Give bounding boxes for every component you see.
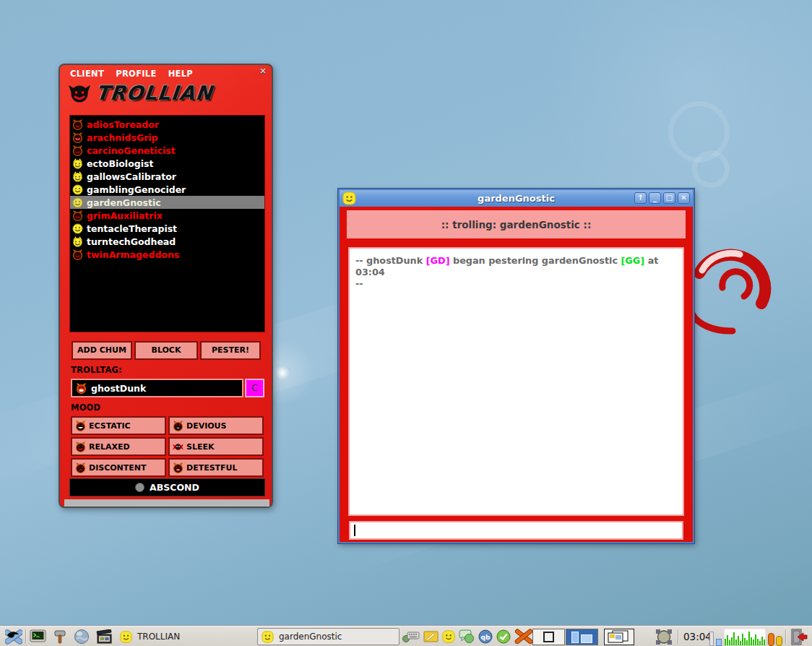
mood-name: DISCONTENT — [89, 463, 147, 473]
resize-grip[interactable] — [267, 497, 271, 507]
crossed-tools-tray-icon[interactable] — [514, 628, 533, 645]
mood-detestful-button[interactable]: DETESTFUL — [168, 458, 264, 477]
chum-name: gallowsCalibrator — [87, 171, 176, 182]
chum-name: arachnidsGrip — [87, 132, 158, 143]
trolltag-label: TROLLTAG: — [71, 365, 122, 375]
trolltag-value: ghostDunk — [91, 383, 146, 394]
browser-globe-launcher-icon[interactable] — [74, 629, 90, 645]
mood-relaxed-button[interactable]: RELAXED — [71, 437, 166, 456]
maximize-button[interactable]: □ — [663, 192, 675, 204]
chum-row[interactable]: adiosToreador — [70, 118, 264, 131]
trollian-logo: TROLLIAN — [67, 82, 213, 104]
separator — [678, 629, 678, 644]
smiley-icon — [72, 197, 83, 208]
monitor-bar-yellow — [776, 636, 782, 646]
mood-devious-button[interactable]: DEVIOUS — [168, 416, 264, 435]
pester-button[interactable]: PESTER! — [200, 341, 261, 360]
taskbar: TROLLIAN gardenGnostic qb 03:04 — [0, 626, 812, 646]
monitor-bar-orange — [768, 633, 774, 646]
trolltag-field[interactable]: ghostDunk — [71, 379, 243, 397]
debian-swirl-logo — [685, 243, 780, 351]
trollian-window: × CLIENT PROFILE HELP TROLLIAN adiosTore… — [59, 64, 273, 508]
workspace-2-button[interactable] — [566, 629, 598, 645]
chum-name: turntechGodhead — [87, 236, 176, 247]
devil-mood-icon — [72, 145, 83, 156]
message-text: began pestering gardenGnostic — [450, 255, 621, 266]
chum-list[interactable]: adiosToreador arachnidsGrip carcinoGenet… — [69, 115, 265, 332]
shade-button[interactable]: ↑ — [634, 192, 647, 204]
devil-mood-icon — [72, 210, 83, 221]
trolltag-color-button[interactable]: C — [245, 379, 264, 397]
task-label: gardenGnostic — [279, 632, 342, 642]
mood-discontent-button[interactable]: DISCONTENT — [71, 458, 166, 477]
volume-slider-handle[interactable] — [716, 639, 722, 646]
fluxbox-menu-icon[interactable] — [5, 629, 22, 645]
chum-row[interactable]: arachnidsGrip — [70, 131, 264, 144]
separator-dotted — [110, 630, 112, 643]
chum-row[interactable]: gallowsCalibrator — [70, 170, 264, 183]
window-list-button[interactable] — [604, 629, 634, 645]
close-button[interactable]: ✕ — [678, 192, 690, 204]
chum-row[interactable]: twinArmageddons — [70, 248, 264, 261]
mood-ecstatic-button[interactable]: ECSTATIC — [71, 416, 166, 435]
message-text: -- ghostDunk — [355, 255, 426, 266]
mood-name: DEVIOUS — [186, 421, 226, 431]
smiley-icon — [72, 223, 83, 234]
taskbar-item-gardengnostic[interactable]: gardenGnostic — [257, 628, 399, 645]
window-resize-strip[interactable] — [64, 499, 269, 507]
chum-name: twinArmageddons — [87, 249, 179, 260]
task-label: TROLLIAN — [137, 632, 180, 642]
pesterchum-tray-icon[interactable] — [442, 630, 455, 643]
wallpaper-swirl-faint — [692, 150, 730, 188]
checkmark-tray-icon[interactable] — [496, 629, 511, 644]
abscond-button[interactable]: ABSCOND — [69, 478, 265, 496]
taskbar-item-trollian[interactable]: TROLLIAN — [120, 626, 180, 646]
abscond-label: ABSCOND — [150, 482, 199, 493]
mood-name: RELAXED — [89, 442, 130, 452]
chum-row[interactable]: turntechGodhead — [70, 235, 264, 248]
chum-row[interactable]: tentacleTherapist — [70, 222, 264, 235]
devil-head-icon — [67, 82, 92, 103]
notes-tray-icon[interactable] — [423, 630, 439, 643]
qb-tray-icon[interactable]: qb — [478, 629, 493, 644]
logout-door-icon[interactable] — [790, 629, 808, 645]
menu-profile[interactable]: PROFILE — [116, 69, 156, 79]
chum-row[interactable]: grimAuxiliatrix — [70, 209, 264, 222]
keyboard-layout-tray-icon[interactable] — [402, 630, 420, 643]
devil-mood-icon — [72, 249, 83, 260]
chum-name: ectoBiologist — [87, 158, 153, 169]
chum-row[interactable]: ectoBiologist — [70, 157, 264, 170]
block-button[interactable]: BLOCK — [134, 341, 198, 360]
show-desktop-icon[interactable] — [656, 629, 672, 645]
trollian-menubar: CLIENT PROFILE HELP — [70, 69, 193, 79]
trolling-banner: :: trolling: gardenGnostic :: — [347, 210, 686, 238]
devil-mood-icon — [72, 119, 83, 130]
tools-launcher-icon[interactable] — [53, 629, 67, 645]
add-chum-button[interactable]: ADD CHUM — [72, 341, 132, 360]
chum-row-selected[interactable]: gardenGnostic — [70, 196, 264, 209]
menu-help[interactable]: HELP — [168, 69, 193, 79]
workspace-window-thumb — [581, 634, 592, 643]
trollian-close-icon[interactable]: × — [259, 66, 267, 76]
terminal-launcher-icon[interactable] — [30, 629, 46, 644]
chat-bubble-tray-icon[interactable] — [459, 629, 475, 644]
resize-grip[interactable] — [61, 497, 64, 507]
chat-message-area[interactable]: -- ghostDunk [GD] began pestering garden… — [348, 247, 684, 516]
windows-icon — [607, 630, 633, 644]
chum-name: tentacleTherapist — [87, 223, 177, 234]
chum-row[interactable]: gamblingGenocider — [70, 183, 264, 196]
chum-row[interactable]: carcinoGeneticist — [70, 144, 264, 157]
devil-frown-icon — [75, 462, 86, 473]
chat-titlebar[interactable]: gardenGnostic ↑ _ □ ✕ — [340, 190, 693, 207]
devil-grin-icon — [75, 421, 86, 431]
clock: 03:04 — [683, 631, 712, 642]
volume-slider[interactable] — [709, 632, 714, 646]
mood-name: DETESTFUL — [186, 463, 238, 473]
mood-sleek-button[interactable]: SLEEK — [168, 437, 264, 456]
minimize-button[interactable]: _ — [649, 192, 661, 204]
workspace-window-thumb — [571, 632, 579, 643]
chum-name: carcinoGeneticist — [87, 145, 176, 156]
workspace-1-button[interactable] — [532, 629, 565, 645]
menu-client[interactable]: CLIENT — [70, 69, 104, 79]
chat-input[interactable] — [349, 521, 683, 540]
